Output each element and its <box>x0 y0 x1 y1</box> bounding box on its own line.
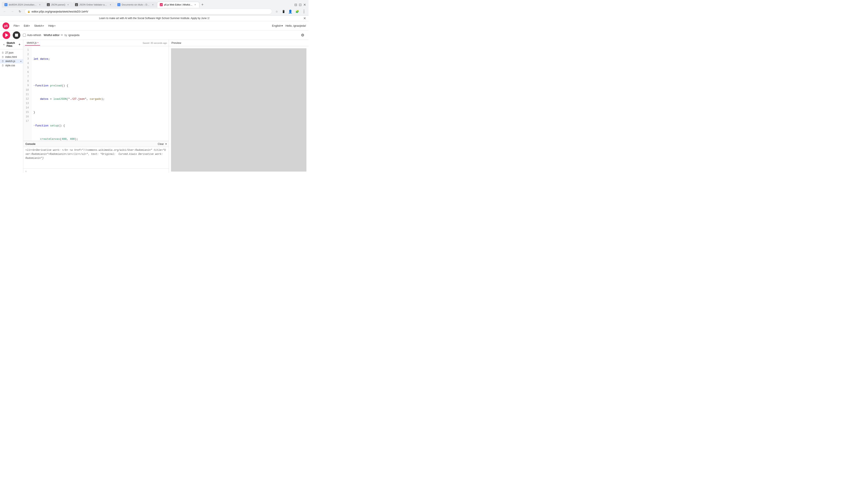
line-num-10: 10 <box>23 88 30 92</box>
by-label: by <box>64 34 67 37</box>
console-input-row: › <box>23 168 169 173</box>
address-bar-row: ← → ↻ 🔒 editor.p5js.org/ignaojeda/sketch… <box>0 8 309 15</box>
preview-title: Preview <box>172 41 181 44</box>
preview-header: Preview <box>169 40 309 46</box>
address-bar[interactable]: 🔒 editor.p5js.org/ignaojeda/sketches/dsD… <box>25 8 272 14</box>
file-list: 🗒 27.json 🗒 index.html 🗒 sketch.js ▾ 🗒 s… <box>0 50 23 69</box>
tab-bar: D dis9034-2024-1/estudiantes/... × {} JS… <box>0 0 309 8</box>
menu-help[interactable]: Help ▾ <box>46 23 57 28</box>
file-item-stylecss[interactable]: 🗒 style.css <box>0 63 23 68</box>
browser-tab-2[interactable]: {} JSON.parse() × <box>44 2 72 8</box>
add-file-button[interactable]: + <box>18 42 21 46</box>
file-item-sketchjs[interactable]: 🗒 sketch.js ▾ <box>0 59 23 63</box>
lock-icon: 🔒 <box>27 10 30 13</box>
menu-help-label: Help <box>48 24 54 27</box>
reload-button[interactable]: ↻ <box>17 8 23 14</box>
code-content[interactable]: let datos; ▾function preload() { datos =… <box>32 46 169 141</box>
console-title: Console <box>25 142 35 145</box>
menu-button[interactable]: ⋮ <box>301 8 307 14</box>
console-dropdown-button[interactable]: ▾ <box>165 143 166 145</box>
edit-name-icon[interactable]: ✏ <box>61 33 63 37</box>
editor-tab-sketchjs[interactable]: sketch.js • <box>25 40 40 45</box>
tab-close-1[interactable]: × <box>38 3 41 6</box>
profile-button[interactable]: 👤 <box>287 8 293 14</box>
code-line-1: let datos; <box>33 57 169 61</box>
tab-favicon-1: D <box>4 3 7 6</box>
tab-close-5[interactable]: × <box>194 3 197 6</box>
code-line-2 <box>33 70 169 74</box>
auto-refresh-label: Auto-refresh <box>27 34 41 37</box>
play-button[interactable] <box>3 31 10 39</box>
menu-file-chevron: ▾ <box>19 25 20 27</box>
menu-sketch[interactable]: Sketch ▾ <box>32 23 46 28</box>
file-name-indexhtml: index.html <box>5 56 22 59</box>
file-item-27json[interactable]: 🗒 27.json <box>0 51 23 55</box>
browser-chrome: D dis9034-2024-1/estudiantes/... × {} JS… <box>0 0 309 15</box>
app-header: p5 File ▾ Edit ▾ Sketch ▾ Help ▾ English… <box>0 21 309 31</box>
sidebar-collapse-button[interactable]: ‹ <box>2 42 6 47</box>
forward-button[interactable]: → <box>9 8 15 14</box>
language-label: English <box>272 24 281 27</box>
line-num-15: 15 <box>23 110 30 115</box>
file-icon-sketchjs: 🗒 <box>2 60 4 63</box>
file-item-indexhtml[interactable]: 🗒 index.html <box>0 55 23 59</box>
file-name-stylecss: style.css <box>5 64 22 67</box>
line-num-13: 13 <box>23 101 30 106</box>
sidebar-header: ‹ Sketch Files + <box>0 40 23 50</box>
line-num-12: 12 <box>23 97 30 101</box>
banner-close-button[interactable]: ✕ <box>303 16 306 20</box>
line-num-4: 4 <box>23 61 30 66</box>
sketch-name: Wistful editor <box>44 33 60 37</box>
file-icon-indexhtml: 🗒 <box>2 56 4 58</box>
menu-edit[interactable]: Edit ▾ <box>22 23 32 28</box>
editor-tab-bar: sketch.js • Saved: 35 seconds ago <box>23 40 169 46</box>
language-selector[interactable]: English ▾ <box>272 24 283 27</box>
browser-tab-3[interactable]: {} JSON Online Validator and For... × <box>72 2 115 8</box>
new-tab-button[interactable]: + <box>199 2 205 8</box>
close-window-button[interactable]: ✕ <box>302 2 307 8</box>
tab-favicon-5: p5 <box>160 3 163 6</box>
console-header: Console Clear ▾ <box>23 141 169 147</box>
tab-title-5: p5.js Web Editor | Wistful edit... <box>164 3 192 6</box>
maximize-button[interactable]: ⊡ <box>298 2 302 8</box>
stop-button[interactable] <box>13 31 20 39</box>
extensions-button[interactable]: 🧩 <box>294 8 300 14</box>
clear-console-button[interactable]: Clear <box>158 142 164 145</box>
tab-close-4[interactable]: × <box>151 3 154 6</box>
menu-file[interactable]: File ▾ <box>12 23 21 28</box>
sidebar: ‹ Sketch Files + 🗒 27.json 🗒 index.html … <box>0 40 23 173</box>
console-output: <li><b>Derivative work: </b> <a href="//… <box>23 147 169 168</box>
browser-tab-1[interactable]: D dis9034-2024-1/estudiantes/... × <box>2 2 44 8</box>
browser-tab-5[interactable]: p5 p5.js Web Editor | Wistful edit... × <box>157 2 199 8</box>
tab-close-3[interactable]: × <box>109 3 112 6</box>
auto-refresh-toggle[interactable]: Auto-refresh <box>23 34 41 37</box>
header-right: English ▾ Hello, ignaojeda! <box>272 24 306 27</box>
file-dropdown-sketchjs[interactable]: ▾ <box>20 60 22 63</box>
line-num-6: 6 <box>23 70 30 74</box>
minimize-button[interactable]: ⊟ <box>293 2 298 8</box>
line-num-14: 14 <box>23 106 30 110</box>
browser-actions: ☆ 📱 👤 🧩 ⋮ <box>274 8 307 14</box>
code-area: 1 2 3 4 5 6 7 8 9 10 11 12 13 14 15 16 1 <box>23 46 169 141</box>
tab-favicon-3: {} <box>75 3 78 6</box>
editor-toolbar: Auto-refresh Wistful editor ✏ by ignaoje… <box>0 31 309 40</box>
save-status: Saved: 35 seconds ago <box>143 42 167 44</box>
language-chevron: ▾ <box>281 24 283 27</box>
tab-close-2[interactable]: × <box>66 3 69 6</box>
code-editor[interactable]: 1 2 3 4 5 6 7 8 9 10 11 12 13 14 15 16 1 <box>23 46 169 141</box>
tab-title-2: JSON.parse() <box>51 3 65 6</box>
auto-refresh-checkbox[interactable] <box>23 34 26 37</box>
tab-title-1: dis9034-2024-1/estudiantes/... <box>9 3 37 6</box>
file-name-27json: 27.json <box>5 51 22 54</box>
browser-tab-4[interactable]: G Documento sin título – Docum... × <box>115 2 157 8</box>
back-button[interactable]: ← <box>2 8 8 14</box>
screen-cast-button[interactable]: 📱 <box>281 8 286 14</box>
sidebar-title: Sketch Files <box>6 41 18 47</box>
file-icon-stylecss: 🗒 <box>2 64 4 67</box>
code-line-5: } <box>33 110 169 115</box>
code-line-3: ▾function preload() { <box>33 84 169 88</box>
bookmark-button[interactable]: ☆ <box>274 8 280 14</box>
line-num-16: 16 <box>23 115 30 119</box>
menu-edit-chevron: ▾ <box>29 25 30 27</box>
settings-button[interactable]: ⚙ <box>299 32 306 38</box>
